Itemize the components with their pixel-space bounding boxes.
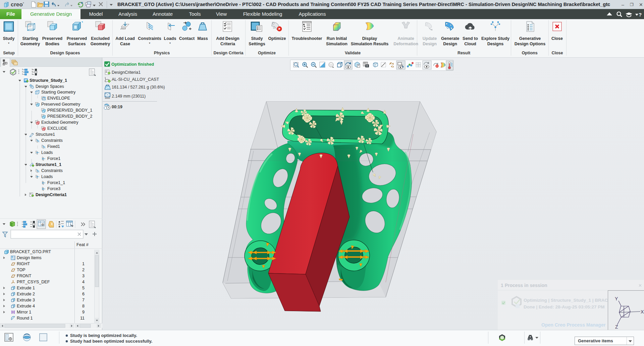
svg-text:Y: Y	[615, 296, 618, 301]
svg-text:z: z	[393, 65, 394, 68]
svg-text:Z: Z	[615, 324, 618, 330]
svg-text:X: X	[641, 309, 644, 314]
svg-text:?: ?	[639, 12, 642, 17]
svg-text:creo°: creo°	[11, 1, 24, 8]
